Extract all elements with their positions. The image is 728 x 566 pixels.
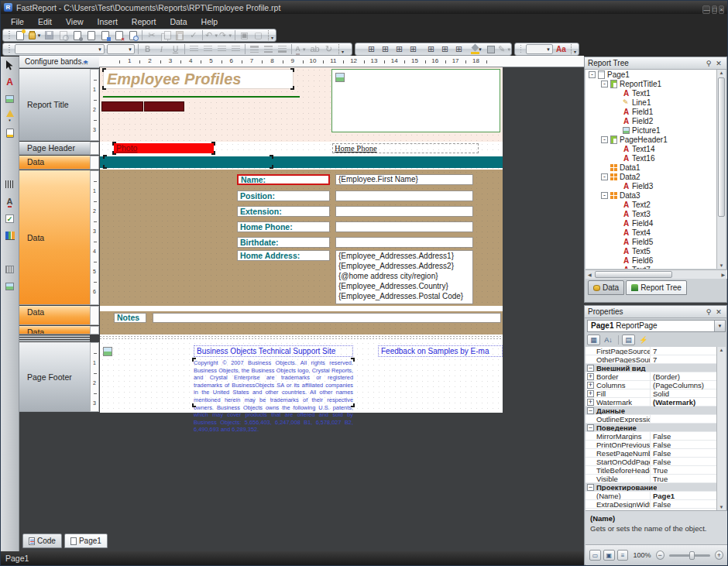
selection-handle[interactable] <box>351 358 355 362</box>
border-top-button[interactable]: ⊞ <box>365 43 378 55</box>
field-label-name[interactable]: Name: <box>237 174 330 185</box>
zoom-whole-page-button[interactable]: ▣ <box>603 550 615 561</box>
property-value[interactable]: True <box>651 475 718 483</box>
property-value[interactable]: (Border) <box>651 372 718 381</box>
property-value[interactable]: 7 <box>651 355 718 364</box>
scroll-down-icon[interactable]: ▼ <box>717 505 726 509</box>
expand-icon[interactable]: + <box>587 382 594 389</box>
tree-item-reporttitle1[interactable]: -ReportTitle1 <box>585 79 718 88</box>
events-view-button[interactable]: ⚡ <box>637 334 650 345</box>
property-value[interactable]: False <box>651 458 718 466</box>
pin-icon[interactable]: ⚲ <box>703 308 714 316</box>
divider-line-object[interactable] <box>103 96 300 98</box>
tree-item-data3[interactable]: -Data3 <box>585 190 718 200</box>
property-row[interactable]: +Columns(PageColumns) <box>585 381 718 389</box>
shapes-tool[interactable]: ▾ <box>3 110 17 122</box>
report-title-band[interactable]: Employee Profiles <box>100 67 503 142</box>
selection-handle[interactable] <box>270 165 273 169</box>
chevron-down-icon[interactable]: ▾ <box>9 118 11 122</box>
tree-item-field4[interactable]: AField4 <box>585 218 718 228</box>
selection-handle[interactable] <box>270 155 273 159</box>
collapse-icon[interactable]: − <box>587 365 594 372</box>
property-value[interactable]: False <box>651 441 718 449</box>
property-row[interactable]: MirrorMarginsFalse <box>585 432 718 441</box>
photo-label-object[interactable]: Photo <box>114 143 214 153</box>
tree-hscroll-thumb[interactable] <box>595 271 672 278</box>
property-row[interactable]: TitleBeforeHeadeTrue <box>585 466 718 475</box>
menu-view[interactable]: View <box>59 15 91 28</box>
menu-report[interactable]: Report <box>125 15 163 28</box>
selection-handle[interactable] <box>351 403 355 407</box>
home-address-value[interactable]: {Employee_Addresses.Address1}{Employee_A… <box>335 250 473 304</box>
field-value-1[interactable] <box>335 190 473 201</box>
tree-vertical-scrollbar[interactable]: ▲ ▼ <box>716 70 726 269</box>
checkbox-tool[interactable]: ✓ <box>3 212 17 225</box>
property-value[interactable]: Page1 <box>651 492 718 500</box>
selection-handle[interactable] <box>103 155 107 159</box>
tree-item-text4[interactable]: AText4 <box>585 228 718 237</box>
tree-item-text7[interactable]: AText7 <box>585 265 718 269</box>
selection-handle[interactable] <box>290 68 294 72</box>
band-data-5[interactable]: Data <box>19 326 90 334</box>
menu-file[interactable]: File <box>4 15 31 28</box>
band-data-2[interactable]: Data <box>19 156 90 170</box>
data1-band[interactable] <box>100 155 503 170</box>
object-selector-dropdown[interactable]: Page1 ReportPage ▼ <box>587 320 726 332</box>
property-row[interactable]: StartOnOddPageFalse <box>585 458 718 466</box>
tree-scroll-thumb[interactable] <box>718 77 725 217</box>
field-value-3[interactable] <box>335 221 473 232</box>
field-label-position[interactable]: Position: <box>237 190 330 201</box>
expand-icon[interactable]: + <box>587 390 594 397</box>
tree-item-line1[interactable]: ✎Line1 <box>585 98 718 107</box>
picture1-object[interactable] <box>331 69 500 132</box>
chevron-down-icon[interactable]: ▼ <box>37 33 42 38</box>
field-label-homephone[interactable]: Home Phone: <box>237 221 330 232</box>
page-tab-page1[interactable]: Page1 <box>64 533 108 548</box>
tree-item-pageheader1[interactable]: -PageHeader1 <box>585 135 718 144</box>
tree-item-text14[interactable]: AText14 <box>585 144 718 153</box>
tree-item-picture1[interactable]: Picture1 <box>585 125 718 135</box>
data5-band[interactable] <box>100 326 503 334</box>
open-button[interactable]: ▼ <box>28 29 43 41</box>
selection-handle[interactable] <box>192 358 196 362</box>
tree-item-page1[interactable]: -Page1 <box>585 70 718 79</box>
band-page-header-1[interactable]: Page Header <box>19 142 90 155</box>
page-tab-code[interactable]: Code <box>22 533 62 548</box>
ole-object-tool[interactable] <box>3 280 17 293</box>
collapse-icon[interactable]: − <box>587 484 594 491</box>
style-select[interactable]: ▼ <box>526 44 553 54</box>
tree-expander-icon[interactable]: - <box>601 192 608 199</box>
expand-icon[interactable]: + <box>587 399 594 406</box>
tree-item-field3[interactable]: AField3 <box>585 181 718 190</box>
sort-alphabetical-button[interactable]: A↓ <box>602 334 615 345</box>
property-value[interactable]: False <box>651 500 718 509</box>
band-data-3[interactable]: Data <box>19 170 90 305</box>
copyright-text-object[interactable]: Copyright © 2007 Business Objects. All r… <box>194 359 353 406</box>
zoom-page-width-button[interactable]: ▭ <box>589 550 601 561</box>
table-tool[interactable] <box>3 144 17 156</box>
border-left-button[interactable]: ⊞ <box>393 43 406 55</box>
toolbar-grip[interactable] <box>9 45 10 53</box>
tree-item-data1[interactable]: Data1 <box>585 163 718 172</box>
tree-item-text3[interactable]: AText3 <box>585 209 718 218</box>
tree-expander-icon[interactable]: - <box>601 81 608 87</box>
dock-tab-data[interactable]: Data <box>588 280 624 295</box>
data4-band[interactable]: Notes <box>100 306 503 326</box>
new-page-button[interactable] <box>84 29 98 41</box>
toolbar-grip[interactable] <box>9 31 10 39</box>
property-value[interactable]: 7 <box>651 347 718 355</box>
tree-item-text2[interactable]: AText2 <box>585 200 718 209</box>
chart-tool[interactable] <box>3 229 17 242</box>
property-value[interactable]: (Watermark) <box>651 398 718 406</box>
selection-handle[interactable] <box>211 142 215 146</box>
tree-item-field5[interactable]: AField5 <box>585 237 718 246</box>
toolbar-grip[interactable] <box>520 45 521 53</box>
border-all-button[interactable]: ⊞ <box>424 43 438 55</box>
tree-item-text1[interactable]: AText1 <box>585 88 718 98</box>
feedback-link-object[interactable]: Feedback on Samples by E-ma <box>378 345 503 357</box>
properties-scrollbar[interactable]: ▲ ▼ <box>716 347 726 510</box>
close-icon[interactable]: ✕ <box>714 308 723 316</box>
field1-object[interactable] <box>101 101 143 111</box>
selection-handle[interactable] <box>290 86 294 90</box>
property-row[interactable]: +FillSolid <box>585 389 718 398</box>
